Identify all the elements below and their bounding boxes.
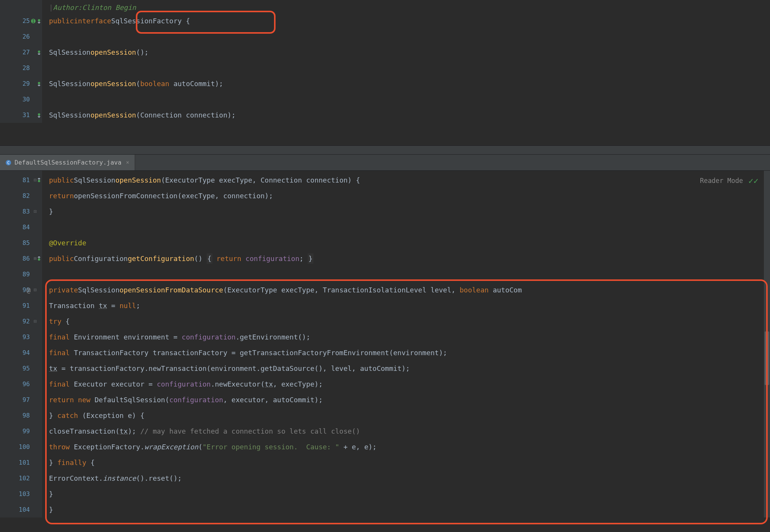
param-type: Connection [140,110,181,120]
gutter-line: 103 [0,486,42,502]
code-line[interactable]: } finally { [42,455,770,470]
var: tx [99,300,107,311]
line-number: 98 [23,411,30,420]
code-line[interactable] [42,91,770,107]
code-line[interactable]: } [42,204,770,219]
class-icon: I [31,18,36,24]
call: closeTransaction( [49,426,119,436]
svg-point-8 [38,180,40,182]
svg-point-5 [38,113,40,116]
svg-point-3 [38,51,40,53]
fold-icon[interactable]: ⊟ [34,176,37,184]
scrollbar-track[interactable] [764,171,770,517]
line-number: 99 [23,427,30,436]
pane-divider[interactable] [0,145,770,155]
c: , [451,285,460,295]
code-area-bottom[interactable]: Reader Mode ✓✓ 81 ⊟ 82 83⊡ 84 85 86 ⊞ 89… [0,171,770,517]
code-line[interactable] [42,60,770,76]
line-number: 27 [23,48,30,57]
editor-pane-bottom: C DefaultSqlSessionFactory.java × Reader… [0,155,770,517]
code-line[interactable]: return openSessionFromConnection(execTyp… [42,188,770,204]
code-line[interactable]: tx = transactionFactory.newTransaction(e… [42,361,770,376]
fold-icon[interactable]: ⊟ [34,318,37,325]
pn: level [426,285,451,295]
gutter-line: 28 [0,60,42,76]
fold-end-icon[interactable]: ⊡ [34,208,37,215]
implementation-icon[interactable] [37,113,41,117]
editor-pane-top: 25 I 26 27 28 29 30 31 | Author: Clinton… [0,0,770,145]
code-line[interactable]: return new DefaultSqlSession(configurati… [42,392,770,408]
scrollbar-thumb[interactable] [765,331,769,385]
close-icon[interactable]: × [126,158,129,166]
kw: new [74,395,95,405]
code-line[interactable]: } [42,486,770,502]
code-body-top[interactable]: | Author: Clinton Begin public interface… [42,0,770,123]
fold-icon[interactable]: ⊟ [34,286,37,294]
override-up-icon[interactable] [37,256,41,261]
code-body-bottom[interactable]: public SqlSession openSession(ExecutorTy… [42,171,770,517]
code-line[interactable]: closeTransaction(tx); // may have fetche… [42,423,770,439]
paren-close: ); [227,110,236,120]
code-line[interactable]: } catch (Exception e) { [42,408,770,423]
code-line[interactable]: public SqlSession openSession(ExecutorTy… [42,172,770,188]
code-line[interactable]: final Executor executor = configuration.… [42,376,770,392]
gutter-at-marker[interactable]: @ [26,285,31,295]
code-line[interactable]: public interface SqlSessionFactory { [42,13,770,29]
var: tx [119,426,128,436]
p: ( [198,442,202,452]
code-line[interactable] [42,219,770,235]
gutter-line: 85 [0,235,42,251]
file-tab[interactable]: C DefaultSqlSessionFactory.java × [0,155,135,170]
svg-text:C: C [7,161,10,165]
method-name: openSession [90,47,136,57]
gutter-icons[interactable] [37,178,41,183]
code-line[interactable]: private SqlSession openSessionFromDataSo… [42,282,770,298]
gutter-icons[interactable]: I [31,18,41,24]
c: , [315,285,323,295]
code-line[interactable]: | Author: Clinton Begin [42,2,770,13]
code-line[interactable]: ErrorContext.instance().reset(); [42,470,770,486]
paren-close: ); [215,78,223,89]
param-name: autoCommit [169,78,215,89]
fold-brace: } [308,253,313,264]
line-number: 104 [19,505,30,514]
p: ); [265,191,273,201]
gutter-icons[interactable] [37,82,41,86]
brace: { [62,316,70,326]
line-number: 96 [23,380,30,389]
code-line[interactable] [42,266,770,282]
pt: ExecutorType [227,285,277,295]
code-line[interactable]: throw ExceptionFactory.wrapException("Er… [42,439,770,455]
gutter-icons[interactable] [37,50,41,55]
code-line[interactable]: SqlSession openSession(Connection connec… [42,107,770,123]
method: getConfiguration [128,253,194,264]
code-line[interactable]: SqlSession openSession(boolean autoCommi… [42,76,770,91]
brace: } [49,489,53,499]
implementation-icon[interactable] [37,19,41,23]
gutter-icons[interactable] [37,113,41,117]
override-up-icon[interactable] [37,178,41,183]
fold-collapsed-icon[interactable]: ⊞ [34,255,37,263]
code-line[interactable]: SqlSession openSession(); [42,44,770,60]
line-number: 86 [23,254,30,263]
code-line[interactable]: Transaction tx = null; [42,298,770,313]
gutter-line: 26 [0,29,42,44]
line-number: 103 [19,490,30,499]
pn: execType [277,285,315,295]
code-line[interactable]: @Override [42,235,770,251]
gutter-icons[interactable] [37,256,41,261]
txt: Executor executor = [70,379,157,389]
code-line[interactable]: } [42,502,770,517]
code-line[interactable]: try { [42,313,770,329]
c: , [252,175,261,185]
code-area-top[interactable]: 25 I 26 27 28 29 30 31 | Author: Clinton… [0,0,770,123]
implementation-icon[interactable] [37,82,41,86]
implementation-icon[interactable] [37,50,41,55]
type: SqlSession [78,285,119,295]
code-line[interactable]: public Configuration getConfiguration() … [42,251,770,266]
line-number: 31 [23,111,30,120]
code-line[interactable]: final Environment environment = configur… [42,329,770,345]
code-line[interactable] [42,29,770,44]
code-line[interactable]: final TransactionFactory transactionFact… [42,345,770,361]
pt: boolean [460,285,489,295]
